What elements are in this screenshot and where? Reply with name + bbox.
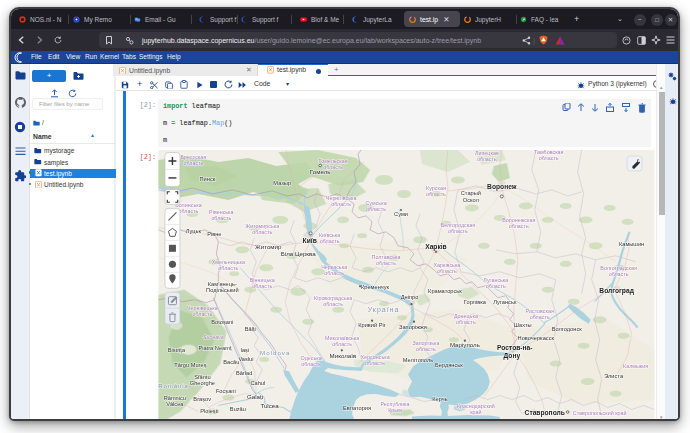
svg-text:Маріуполь: Маріуполь (450, 341, 480, 348)
svg-text:Хмельницька: Хмельницька (212, 258, 245, 264)
svg-text:Краснодарский: Краснодарский (457, 402, 495, 408)
svg-text:Piatra Neamț: Piatra Neamț (198, 344, 232, 350)
svg-text:область: область (539, 155, 559, 161)
svg-text:Керчь: Керчь (432, 396, 447, 402)
svg-text:Харків: Харків (425, 243, 447, 251)
svg-text:Buzău: Buzău (230, 406, 246, 412)
svg-text:край: край (470, 409, 481, 415)
svg-text:область: область (324, 270, 344, 276)
svg-text:область: область (609, 271, 629, 277)
svg-text:Bârlad: Bârlad (236, 369, 252, 375)
svg-text:область: область (252, 283, 272, 289)
svg-text:Миколаїв: Миколаїв (330, 351, 357, 358)
svg-text:Донецька: Донецька (454, 312, 478, 318)
svg-text:Черкаська: Черкаська (321, 263, 347, 269)
svg-text:область: область (530, 314, 550, 320)
svg-text:Ставрополь: Ставрополь (525, 409, 565, 417)
svg-text:область: область (366, 206, 386, 212)
svg-text:Рівне: Рівне (207, 231, 221, 237)
svg-text:Focșani: Focșani (216, 388, 236, 394)
svg-text:Полтавська: Полтавська (372, 253, 401, 259)
svg-text:область: область (448, 228, 468, 234)
svg-text:Кіровоградська: Кіровоградська (314, 294, 352, 300)
svg-text:Vâlcea: Vâlcea (166, 400, 184, 406)
svg-text:Гомельская: Гомельская (319, 157, 348, 163)
svg-text:Крым: Крым (388, 407, 402, 413)
svg-text:область: область (477, 156, 497, 162)
svg-text:Україна: Україна (368, 306, 400, 314)
svg-text:Дону: Дону (503, 351, 520, 359)
svg-text:Рівенська: Рівенська (209, 208, 233, 214)
svg-text:Луганська: Луганська (483, 276, 508, 282)
svg-text:Bistrița: Bistrița (168, 346, 186, 352)
svg-text:Пинск: Пинск (200, 176, 216, 182)
svg-text:Воронеж: Воронеж (487, 183, 517, 191)
svg-text:Волгоград: Волгоград (599, 286, 634, 294)
svg-text:Житомир: Житомир (255, 243, 282, 250)
svg-text:область: область (426, 191, 446, 197)
svg-text:Ploiești: Ploiești (200, 408, 218, 414)
svg-text:область: область (416, 346, 436, 352)
svg-text:Волгодонск: Волгодонск (552, 326, 583, 332)
svg-text:Запорізька: Запорізька (412, 339, 439, 345)
svg-text:Шахты: Шахты (514, 321, 532, 327)
svg-text:Горлівка: Горлівка (464, 299, 487, 305)
svg-text:Кам’янець-: Кам’янець- (208, 280, 237, 286)
svg-text:область: область (192, 311, 212, 317)
svg-text:Запоріжжя: Запоріжжя (399, 323, 427, 329)
svg-text:Миколаївська: Миколаївська (325, 334, 359, 340)
svg-text:Tulcea: Tulcea (260, 401, 279, 408)
svg-text:Элиста: Элиста (604, 373, 624, 379)
svg-text:область: область (211, 215, 231, 221)
svg-text:область: область (252, 229, 272, 235)
svg-text:Кривий Ріг: Кривий Ріг (358, 322, 386, 328)
svg-text:область: область (331, 201, 351, 207)
svg-text:Suceava: Suceava (203, 333, 224, 339)
svg-text:Ростов-на-: Ростов-на- (497, 343, 533, 350)
svg-text:Калмыкия: Калмыкия (623, 362, 648, 368)
svg-text:Сумська: Сумська (365, 199, 386, 205)
svg-text:область: область (178, 208, 198, 214)
svg-text:Старый: Старый (461, 189, 481, 195)
svg-text:Оскол: Оскол (463, 196, 479, 202)
svg-text:Brașov: Brașov (193, 395, 211, 401)
svg-text:Київ: Київ (303, 237, 317, 244)
svg-text:Târgu Mureș: Târgu Mureș (174, 362, 206, 368)
svg-text:Курская: Курская (426, 184, 446, 190)
svg-text:Bacău: Bacău (223, 359, 239, 365)
svg-text:Ростовская: Ростовская (526, 307, 554, 313)
svg-text:область: область (456, 319, 476, 325)
svg-text:Белгородская: Белгородская (441, 221, 475, 227)
svg-text:Херсонська: Херсонська (360, 353, 389, 359)
svg-text:Воронежская: Воронежская (502, 216, 535, 222)
svg-text:область: область (323, 164, 343, 170)
svg-text:Iași: Iași (240, 346, 249, 352)
svg-text:Мазыр: Мазыр (273, 180, 291, 186)
svg-text:область: область (320, 238, 340, 244)
svg-text:Камышин: Камышин (619, 241, 644, 247)
svg-text:область: область (486, 283, 506, 289)
svg-text:România: România (158, 381, 188, 388)
svg-text:Житомирська: Житомирська (245, 222, 279, 228)
svg-text:Біла Церква: Біла Церква (281, 250, 317, 257)
svg-text:Харківська: Харківська (433, 261, 460, 267)
svg-text:Липецкая: Липецкая (475, 150, 499, 156)
svg-text:Чернівецька: Чернівецька (187, 304, 218, 310)
svg-text:Бердянськ: Бердянськ (435, 362, 463, 368)
svg-text:Cahul: Cahul (250, 380, 265, 386)
svg-text:Чернігівська: Чернігівська (326, 194, 357, 200)
svg-text:Дніпро: Дніпро (401, 293, 419, 299)
svg-text:область: область (218, 265, 238, 271)
svg-text:Евпатория: Евпатория (343, 404, 371, 410)
svg-text:область: область (437, 268, 457, 274)
svg-text:область: область (509, 223, 529, 229)
svg-text:Botoșani: Botoșani (211, 319, 233, 325)
svg-text:Подільський: Подільський (206, 287, 239, 293)
svg-text:Краматорськ: Краматорськ (428, 288, 462, 294)
svg-text:Vaslui: Vaslui (238, 355, 253, 361)
svg-text:Galați: Galați (247, 393, 263, 400)
svg-text:Одеська: Одеська (301, 354, 322, 360)
svg-text:область: область (365, 360, 385, 366)
svg-text:Брестская: Брестская (181, 153, 207, 159)
svg-text:область: область (301, 361, 321, 367)
